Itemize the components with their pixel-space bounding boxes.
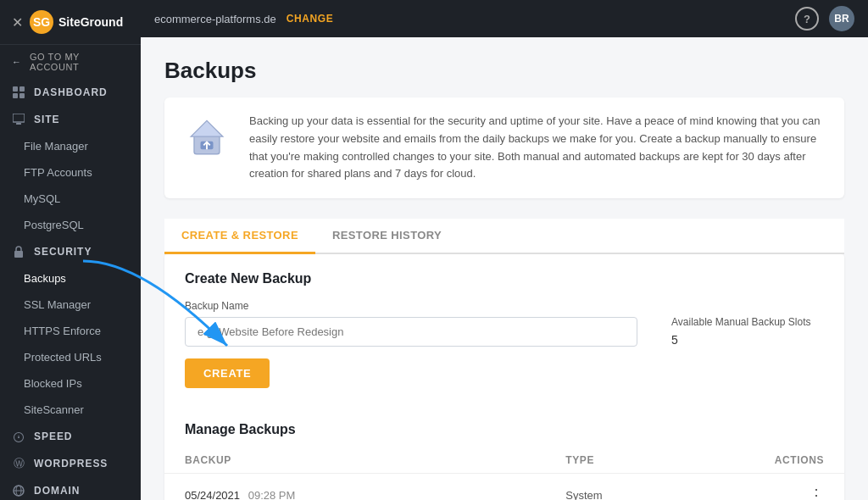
sg-logo: SG SiteGround: [30, 10, 123, 34]
col-header-actions: Actions: [756, 454, 824, 466]
backup-illustration: [181, 113, 232, 167]
https-enforce-label: HTTPS Enforce: [24, 325, 101, 337]
sidebar-item-dashboard[interactable]: DASHBOARD: [0, 79, 141, 106]
domain-icon: [12, 484, 25, 497]
sidebar-item-mysql[interactable]: MySQL: [0, 186, 141, 212]
svg-text:SG: SG: [33, 15, 50, 29]
back-arrow-icon: ←: [12, 57, 21, 67]
wordpress-label: WORDPRESS: [34, 458, 108, 469]
sidebar-item-protected-urls[interactable]: Protected URLs: [0, 344, 141, 370]
sidebar-item-https-enforce[interactable]: HTTPS Enforce: [0, 318, 141, 344]
info-box: Backing up your data is essential for th…: [164, 97, 844, 198]
sidebar-header: ✕ SG SiteGround: [0, 0, 141, 45]
svg-rect-3: [13, 86, 18, 92]
domain-label: DOMAIN: [34, 485, 80, 497]
dashboard-label: DASHBOARD: [34, 86, 108, 98]
topbar-domain: ecommerce-platforms.de: [154, 13, 276, 25]
info-text: Backing up your data is essential for th…: [249, 113, 827, 183]
backup-type-0: System: [565, 489, 756, 500]
lock-icon: [12, 245, 25, 258]
sidebar-item-backups[interactable]: Backups: [0, 265, 141, 292]
create-section-title: Create New Backup: [185, 271, 824, 286]
close-icon[interactable]: ✕: [12, 14, 23, 31]
slots-value: 5: [671, 333, 824, 347]
sidebar-item-ftp-accounts[interactable]: FTP Accounts: [0, 159, 141, 186]
monitor-icon: [12, 113, 25, 126]
ssl-manager-label: SSL Manager: [24, 298, 91, 311]
svg-rect-9: [14, 251, 23, 258]
blocked-ips-label: Blocked IPs: [24, 377, 82, 390]
sidebar-item-blocked-ips[interactable]: Blocked IPs: [0, 370, 141, 397]
mysql-label: MySQL: [24, 192, 60, 205]
wordpress-icon: Ⓦ: [12, 457, 25, 470]
sidebar-item-wordpress[interactable]: Ⓦ WORDPRESS: [0, 450, 141, 477]
file-manager-label: File Manager: [24, 140, 88, 153]
grid-icon: [12, 86, 25, 99]
topbar: ecommerce-platforms.de CHANGE ? BR: [141, 0, 868, 37]
topbar-help-button[interactable]: ?: [795, 7, 819, 31]
sidebar-item-postgresql[interactable]: PostgreSQL: [0, 212, 141, 238]
create-button[interactable]: CREATE: [185, 358, 270, 388]
create-form-row: Backup Name Available Manual Backup Slot…: [185, 300, 824, 347]
page-title: Backups: [164, 58, 844, 84]
security-label: SECURITY: [34, 246, 92, 258]
col-header-type: Type: [565, 454, 756, 466]
backup-name-field: Backup Name: [185, 300, 637, 347]
svg-marker-15: [191, 120, 223, 136]
backup-slots-info: Available Manual Backup Slots 5: [671, 316, 824, 347]
postgresql-label: PostgreSQL: [24, 219, 84, 231]
svg-rect-6: [19, 93, 25, 98]
manage-backups-title: Manage Backups: [164, 405, 844, 447]
create-restore-card: Create New Backup Backup Name Available …: [164, 254, 844, 500]
ftp-accounts-label: FTP Accounts: [24, 166, 92, 179]
go-to-account[interactable]: ← GO TO MY ACCOUNT: [0, 45, 141, 79]
svg-rect-7: [13, 114, 25, 122]
topbar-avatar[interactable]: BR: [829, 6, 854, 31]
svg-rect-4: [19, 86, 25, 92]
table-header: Backup Type Actions: [164, 447, 844, 474]
topbar-change-button[interactable]: CHANGE: [287, 13, 334, 25]
slots-label: Available Manual Backup Slots: [671, 316, 824, 328]
main-content: Backups Backing up your data is essentia…: [141, 37, 868, 500]
sidebar-item-sitescanner[interactable]: SiteScanner: [0, 397, 141, 423]
svg-text:SiteGround: SiteGround: [58, 15, 123, 29]
speed-label: SPEED: [34, 431, 72, 442]
table-row: 05/24/2021 09:28 PM System ⋮: [164, 474, 844, 500]
col-header-backup: Backup: [185, 454, 565, 466]
sidebar-item-file-manager[interactable]: File Manager: [0, 133, 141, 159]
backup-name-label: Backup Name: [185, 300, 637, 312]
sitescanner-label: SiteScanner: [24, 403, 84, 416]
tab-create-restore[interactable]: CREATE & RESTORE: [164, 219, 315, 254]
sidebar-item-speed[interactable]: SPEED: [0, 423, 141, 450]
sidebar-item-site[interactable]: SITE: [0, 106, 141, 133]
sidebar-item-domain[interactable]: DOMAIN: [0, 477, 141, 500]
backup-actions-0[interactable]: ⋮: [756, 486, 824, 500]
backups-label: Backups: [24, 272, 66, 285]
backup-name-input[interactable]: [185, 317, 637, 347]
site-label: SITE: [34, 114, 60, 125]
svg-rect-5: [13, 93, 18, 98]
tabs: CREATE & RESTORE RESTORE HISTORY: [164, 219, 844, 254]
main-area: ecommerce-platforms.de CHANGE ? BR Backu…: [141, 0, 868, 500]
protected-urls-label: Protected URLs: [24, 351, 102, 364]
go-to-account-label: GO TO MY ACCOUNT: [30, 52, 129, 72]
tab-restore-history[interactable]: RESTORE HISTORY: [315, 219, 459, 254]
speed-icon: [12, 430, 25, 443]
sidebar-item-security[interactable]: SECURITY: [0, 238, 141, 265]
svg-rect-8: [16, 123, 21, 125]
siteground-logo: SG SiteGround: [30, 10, 123, 34]
backup-date-0: 05/24/2021 09:28 PM: [185, 489, 565, 500]
sidebar-item-ssl-manager[interactable]: SSL Manager: [0, 292, 141, 318]
create-section-inner: Create New Backup Backup Name Available …: [164, 254, 844, 405]
sidebar: ✕ SG SiteGround ← GO TO MY ACCOUNT DASHB…: [0, 0, 141, 500]
